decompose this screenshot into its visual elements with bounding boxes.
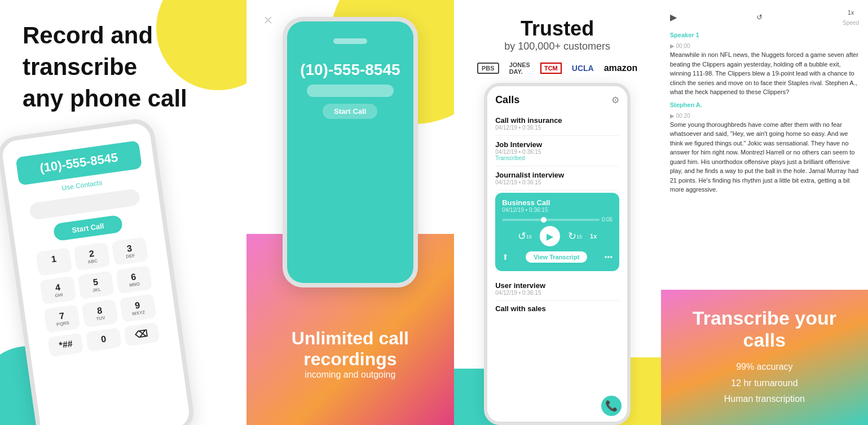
use-contacts-link[interactable]: Use Contacts (61, 179, 103, 192)
transcript-panel: ▶ ↺ 1x Speed Speaker 1 ▶ 00:00 Meanwhile… (661, 0, 868, 290)
headline: Record and (23, 23, 230, 48)
rewind-15-icon[interactable]: ↺15 (518, 230, 532, 242)
calls-phone-mockup: Calls ⚙ Call with insurance 04/12/19 • 0… (484, 83, 631, 425)
view-transcript-button[interactable]: View Transcript (525, 251, 588, 263)
call-item-job-interview[interactable]: Job Interview 04/12/19 • 0:36:15 Transcr… (495, 136, 619, 166)
feature-accuracy: 99% accuracy (736, 359, 793, 375)
trusted-header: Trusted by 100,000+ customers (504, 17, 610, 52)
speaker-2-name: Stephen A. (670, 101, 859, 108)
call-name: Call with insurance (495, 116, 619, 125)
key-0[interactable]: 0 (86, 327, 122, 352)
call-meta: 04/12/19 • 0:36:15 (495, 290, 619, 296)
start-call-button[interactable]: Start Call (53, 215, 123, 242)
logos-row: PBS JONESDAY. TCM UCLA amazon (472, 61, 643, 75)
call-with-sales-name: Call with sales (495, 304, 546, 313)
headline2: transcribe (23, 54, 230, 80)
calls-title: Calls (495, 94, 519, 106)
trusted-title: Trusted (504, 17, 610, 41)
feature-turnaround: 12 hr turnaround (731, 375, 797, 392)
key-5[interactable]: 5JKL (78, 271, 114, 299)
panel-transcribe: ▶ ↺ 1x Speed Speaker 1 ▶ 00:00 Meanwhile… (661, 0, 868, 425)
panel-record-transcribe: Record and transcribe any phone call (10… (0, 0, 246, 425)
speaker-1-time: ▶ 00:00 (670, 43, 690, 49)
transcribe-cta-section: Transcribe your calls 99% accuracy 12 hr… (661, 290, 868, 425)
unlimited-recordings-text: Unlimited call recordings incoming and o… (246, 328, 453, 380)
phone-2-number: (10)-555-8545 (300, 61, 400, 79)
key-star[interactable]: *## (48, 333, 84, 357)
phone-mockup-1: (10)-555-8545 Use Contacts Start Call 1 … (0, 117, 196, 425)
call-action-row: ⬆ View Transcript ••• (502, 249, 613, 265)
speaker-1-name: Speaker 1 (670, 32, 859, 38)
audio-controls: ↺15 ▶ ↻15 1x (502, 226, 613, 246)
call-meta: 04/12/19 • 0:36:15 (495, 149, 619, 155)
logo-amazon: amazon (604, 63, 638, 73)
forward-15-icon[interactable]: ↻15 (568, 230, 582, 242)
dial-input[interactable] (29, 188, 140, 220)
calls-bottom: User interview 04/12/19 • 0:36:15 Call w… (487, 273, 627, 321)
transcribe-main-text: Transcribe your calls (675, 307, 854, 351)
call-item-business-active[interactable]: Business Call 04/12/19 • 0:36:15 0:06 ↺1… (495, 193, 619, 271)
keypad: 1 2ABC 3DEF 4GHI 5JKL 6MNO 7PQRS 8TUV 9W… (36, 237, 159, 357)
speed-indicator[interactable]: 1x (590, 233, 597, 240)
phone-screen-1: (10)-555-8545 Use Contacts Start Call 1 … (1, 122, 191, 425)
phone-screen-2: (10)-555-8545 Start Call (287, 21, 413, 283)
phone-number-display: (10)-555-8545 (16, 140, 142, 185)
trusted-subtitle: by 100,000+ customers (504, 41, 610, 52)
calls-screen: Calls ⚙ Call with insurance 04/12/19 • 0… (487, 86, 627, 271)
logo-jones-day: JONESDAY. (509, 61, 530, 75)
subtext: any phone call (23, 86, 230, 112)
call-item-sales[interactable]: Call with sales (495, 301, 619, 316)
logo-pbs: PBS (477, 63, 499, 74)
active-call-name: Business Call (502, 198, 613, 207)
speaker-1-text: Meanwhile in non NFL news, the Nuggets f… (670, 50, 859, 97)
key-6[interactable]: 6MNO (116, 265, 152, 294)
panel-unlimited-recordings: × (10)-555-8545 Start Call Unlimited cal… (246, 0, 453, 425)
key-backspace[interactable]: ⌫ (124, 322, 160, 347)
key-9[interactable]: 9WXYZ (120, 294, 156, 322)
calls-header: Calls ⚙ (495, 94, 619, 106)
transcribed-badge: Transcribed (495, 155, 619, 161)
phone-mockup-2: (10)-555-8545 Start Call (283, 17, 418, 287)
speaker-2-time: ▶ 00:20 (670, 113, 690, 119)
close-button[interactable]: × (263, 11, 272, 29)
more-options-icon[interactable]: ••• (604, 253, 613, 262)
key-8[interactable]: 8TUV (82, 299, 118, 328)
phone-notch (333, 38, 367, 44)
play-button[interactable]: ▶ (540, 226, 560, 246)
call-item-journalist[interactable]: Journalist interview 04/12/19 • 0:36:15 (495, 166, 619, 191)
logo-ucla: UCLA (572, 64, 594, 73)
speaker-2-text: Some young thoroughbreds have come after… (670, 120, 859, 194)
transcript-speaker-1: Speaker 1 ▶ 00:00 Meanwhile in non NFL n… (670, 32, 859, 97)
audio-progress-bar[interactable]: 0:06 (502, 216, 613, 223)
panel-trusted: Trusted by 100,000+ customers PBS JONESD… (454, 0, 661, 425)
settings-icon[interactable]: ⚙ (611, 95, 619, 105)
key-7[interactable]: 7PQRS (44, 304, 81, 333)
journalist-interview-name: Journalist interview (495, 171, 619, 179)
call-meta: 04/12/19 • 0:36:15 (495, 125, 619, 131)
call-item-user-interview[interactable]: User interview 04/12/19 • 0:36:15 (495, 277, 619, 301)
time-remaining: 0:06 (602, 216, 613, 223)
key-4[interactable]: 4GHI (40, 276, 77, 304)
unlimited-sub: incoming and outgoing (246, 370, 453, 380)
new-call-fab[interactable]: 📞 (601, 396, 622, 416)
transcript-speaker-2: Stephen A. ▶ 00:20 Some young thoroughbr… (670, 101, 859, 194)
phone-2-input-bar[interactable] (307, 85, 394, 97)
transcript-controls: ▶ ↺ 1x Speed (670, 7, 859, 27)
play-icon[interactable]: ▶ (670, 12, 677, 23)
speed-control[interactable]: 1x Speed (843, 7, 859, 27)
key-1[interactable]: 1 (36, 247, 72, 276)
unlimited-main: Unlimited call recordings (246, 328, 453, 370)
key-2[interactable]: 2ABC (74, 242, 111, 271)
call-item-insurance[interactable]: Call with insurance 04/12/19 • 0:36:15 (495, 112, 619, 136)
rewind-icon[interactable]: ↺ (756, 13, 763, 21)
audio-thumb (541, 217, 547, 223)
key-3[interactable]: 3DEF (112, 237, 148, 265)
audio-track (502, 219, 600, 221)
active-call-meta: 04/12/19 • 0:36:15 (502, 207, 613, 213)
logo-tcm: TCM (540, 63, 562, 74)
feature-human: Human transcription (724, 391, 805, 408)
share-icon[interactable]: ⬆ (502, 253, 509, 262)
start-call-btn-2[interactable]: Start Call (323, 104, 377, 119)
call-name: Job Interview (495, 140, 619, 149)
call-meta: 04/12/19 • 0:36:15 (495, 179, 619, 185)
